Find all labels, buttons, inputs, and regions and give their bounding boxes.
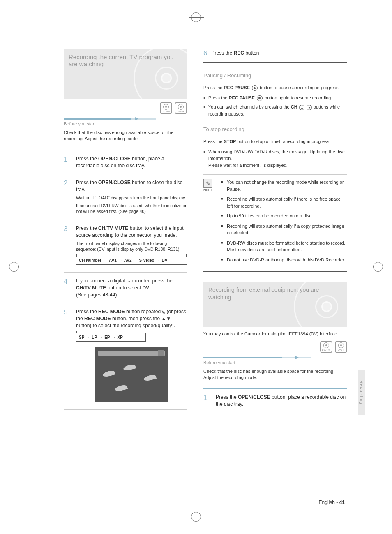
seq-item: SP: [79, 335, 84, 340]
dv-interface-text: You may control the Camcorder using the …: [203, 331, 347, 338]
list-item: Press the REC PAUSE button again to resu…: [208, 95, 347, 102]
intro-text: Check that the disc has enough available…: [64, 129, 187, 142]
seq-item: EP: [104, 335, 110, 340]
registration-mark-icon: [191, 512, 201, 522]
channel-up-icon: [299, 105, 304, 110]
step-text: Press the OPEN/CLOSE button to close the…: [76, 179, 187, 193]
rec-pause-icon: [252, 85, 258, 91]
bullet-list: Press the REC PAUSE button again to resu…: [203, 95, 347, 118]
note-box: ✎ NOTE You can not change the recording …: [203, 174, 347, 272]
step-text: Press the OPEN/CLOSE button, place a rec…: [76, 155, 187, 169]
step-number: 2: [64, 179, 67, 187]
list-item: Do not use DVD-R authoring discs with th…: [221, 257, 347, 264]
before-you-start-label: Before you start: [203, 359, 347, 365]
section-hero: Recording from external equipment you ar…: [203, 282, 347, 327]
note-list: You can not change the recording mode wh…: [221, 179, 347, 266]
right-column: 6 Press the REC button Pausing / Resumin…: [203, 49, 347, 418]
subsection-title: To stop recording: [203, 126, 347, 132]
separator: [64, 303, 187, 303]
seq-item: AV2: [124, 258, 132, 263]
registration-mark-icon: [9, 262, 19, 272]
rule: [203, 62, 347, 63]
channel-down-icon: [307, 105, 312, 110]
list-item: You can switch channels by pressing the …: [208, 104, 347, 117]
step-note: If an unused DVD-RW disc is used, whethe…: [76, 203, 187, 215]
separator: [64, 220, 187, 220]
step-number: 6: [203, 49, 207, 58]
subsection-title: Pausing / Resuming: [203, 72, 347, 79]
list-item: You can not change the recording mode wh…: [221, 179, 347, 192]
section-hero: Recording the current TV program you are…: [64, 49, 187, 99]
rule: [203, 388, 347, 389]
left-column: Recording the current TV program you are…: [64, 49, 187, 418]
step-text: Press the CH/TV MUTE button to select th…: [76, 225, 187, 239]
accent-bar: [64, 118, 187, 120]
page-number: 41: [339, 499, 345, 505]
step-number: 4: [64, 277, 67, 286]
dvd-r-badge-icon: DVD-R: [175, 102, 187, 114]
step-number: 5: [64, 308, 67, 317]
step-note: Wait until "LOAD" disappears from the fr…: [76, 195, 187, 201]
page-content: Recording the current TV program you are…: [64, 49, 347, 418]
sequence-box: SP→ LP→ EP→ XP: [76, 333, 146, 342]
rule: [64, 150, 187, 150]
paragraph: Press the REC PAUSE button to pause a re…: [203, 84, 347, 91]
separator: [64, 272, 187, 273]
page-footer: English - 41: [319, 499, 345, 505]
before-you-start-label: Before you start: [64, 120, 187, 126]
step-note: The front panel display changes in the f…: [76, 240, 187, 252]
trim-corner: [353, 27, 361, 35]
paragraph: Press the STOP button to stop or finish …: [203, 138, 347, 145]
tv-screenshot: [95, 347, 168, 402]
registration-mark-icon: [191, 12, 201, 22]
intro-text: Check that the disc has enough available…: [203, 368, 347, 381]
accent-bar: [203, 357, 347, 358]
step-1-right: 1 Press the OPEN/CLOSE button, place a r…: [203, 394, 347, 408]
bullet-list: When using DVD-RW/DVD-R discs, the messa…: [203, 148, 347, 169]
seq-item: S-Video: [139, 258, 154, 263]
disc-type-badges: DVD-RW DVD-R: [203, 341, 347, 353]
step-number: 1: [203, 394, 207, 402]
step-4: 4 If you connect a digital camcorder, pr…: [64, 277, 187, 298]
step-3: 3 Press the CH/TV MUTE button to select …: [64, 225, 187, 265]
seq-item: CH Number: [79, 258, 101, 263]
disc-art-icon: [294, 282, 347, 327]
registration-mark-icon: [373, 262, 383, 272]
step-number: 1: [64, 155, 67, 164]
trim-corner: [31, 483, 39, 491]
step-number: 3: [64, 225, 67, 233]
step-text: Press the REC button: [211, 49, 259, 58]
dvd-r-badge-icon: DVD-R: [335, 341, 347, 353]
separator: [64, 174, 187, 174]
trim-corner: [31, 27, 39, 35]
disc-art-icon: [134, 49, 187, 99]
note-icon: ✎: [203, 179, 212, 188]
list-item: DVD-RW discs must be formatted before st…: [221, 240, 347, 253]
step-1: 1 Press the OPEN/CLOSE button, place a r…: [64, 155, 187, 169]
rec-pause-icon: [257, 95, 263, 101]
list-item: Recording will stop automatically if a c…: [221, 223, 347, 236]
side-tab: Recording: [358, 370, 365, 415]
footer-language: English -: [319, 499, 339, 505]
separator: [203, 413, 347, 413]
seq-item: DV: [162, 258, 168, 263]
separator: [64, 409, 187, 410]
seq-item: LP: [92, 335, 97, 340]
list-item: When using DVD-RW/DVD-R discs, the messa…: [208, 148, 347, 169]
list-item: Up to 99 titles can be recorded onto a d…: [221, 213, 347, 220]
note-label: NOTE: [203, 188, 214, 192]
seq-item: XP: [117, 335, 122, 340]
step-5: 5 Press the REC MODE button repeatedly, …: [64, 308, 187, 402]
step-text: If you connect a digital camcorder, pres…: [76, 277, 187, 298]
step-text: Press the REC MODE button repeatedly, (o…: [76, 308, 187, 329]
seq-item: AV1: [109, 258, 117, 263]
step-text: Press the OPEN/CLOSE button, place a rec…: [216, 394, 347, 408]
step-2: 2 Press the OPEN/CLOSE button to close t…: [64, 179, 187, 215]
dvd-rw-badge-icon: DVD-RW: [160, 102, 172, 114]
sequence-box: CH Number→ AV1→ AV2→ S-Video→ DV: [76, 257, 187, 265]
disc-type-badges: DVD-RW DVD-R: [64, 102, 187, 114]
dvd-rw-badge-icon: DVD-RW: [320, 341, 332, 353]
step-6: 6 Press the REC button: [203, 49, 347, 58]
list-item: Recording will stop automatically if the…: [221, 196, 347, 209]
